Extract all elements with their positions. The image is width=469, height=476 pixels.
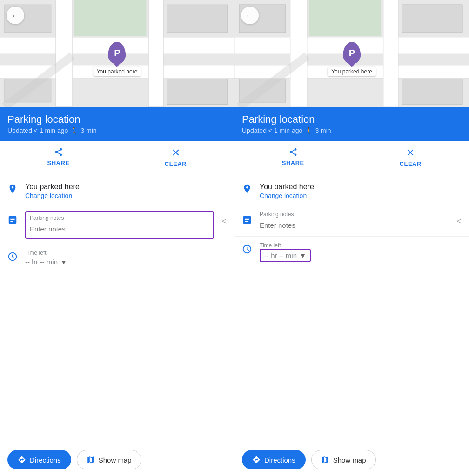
svg-rect-15 [383,0,398,107]
notes-expand-icon[interactable]: < [221,217,227,226]
svg-rect-19 [402,5,462,33]
svg-rect-16 [309,0,381,36]
show-map-icon [87,456,95,464]
map-area: ← P You parked here [0,0,234,107]
svg-rect-8 [167,5,228,33]
location-row: You parked here Change location [0,176,234,206]
svg-rect-4 [148,0,163,107]
bottom-bar: Directions Show map [0,443,234,476]
location-row: You parked here Change location [234,176,469,206]
parked-here-title: You parked here [25,183,227,191]
content-area: You parked here Change location Parking … [0,174,234,443]
show-map-button[interactable]: Show map [77,450,141,469]
notes-content: Parking notes [260,211,449,231]
location-header: Parking location Updated < 1 min ago 🚶 3… [0,107,234,141]
map-area: ← P You parked here [234,0,469,107]
location-icon [7,184,18,197]
walk-icon: 🚶 [70,127,78,134]
pin-label: You parked here [93,67,141,76]
directions-button[interactable]: Directions [7,450,71,469]
bottom-bar: Directions Show map [234,443,469,476]
parking-pin: P You parked here [328,42,376,76]
clear-button[interactable]: CLEAR [352,141,469,174]
notes-label: Parking notes [30,215,209,221]
update-time: Updated < 1 min ago [7,127,68,134]
pin-letter: P [349,48,355,58]
time-row: Time left -- hr -- min ▼ [234,237,469,268]
notes-input[interactable] [30,223,209,235]
pin-letter: P [114,48,120,58]
clear-icon-svg [405,147,415,158]
location-subtitle: Updated < 1 min ago 🚶 3 min [7,127,227,134]
back-button[interactable]: ← [7,7,24,24]
time-content: Time left -- hr -- min ▼ [25,250,227,266]
notes-input[interactable] [260,219,449,231]
directions-label: Directions [30,456,61,464]
location-icon [242,184,252,197]
location-title: Parking location [242,113,462,126]
actions-row: SHARE CLEAR [234,141,469,174]
notes-expand-icon[interactable]: < [456,217,462,226]
directions-label: Directions [264,456,295,464]
location-title: Parking location [7,113,227,126]
notes-icon [7,215,18,228]
time-value: -- hr -- min [264,251,297,259]
notes-content: Parking notes [25,211,214,239]
share-label: SHARE [47,159,69,166]
time-left-label: Time left [25,250,227,256]
show-map-label: Show map [99,456,132,464]
notes-row: Parking notes < [0,206,234,244]
location-header: Parking location Updated < 1 min ago 🚶 3… [234,107,469,141]
change-location-link[interactable]: Change location [25,192,227,199]
clear-label: CLEAR [165,160,187,167]
time-content: Time left -- hr -- min ▼ [260,242,462,262]
change-location-link[interactable]: Change location [260,192,462,199]
share-label: SHARE [282,159,304,166]
pin-icon: P [343,42,361,64]
time-icon [242,244,252,257]
svg-rect-5 [74,0,147,36]
show-map-icon [321,456,329,464]
directions-button[interactable]: Directions [242,450,306,469]
dropdown-arrow-icon: ▼ [300,252,306,259]
share-icon-svg [54,147,64,157]
share-button[interactable]: SHARE [0,141,117,174]
directions-icon [18,456,26,464]
content-area: You parked here Change location Parking … [234,174,469,443]
actions-row: SHARE CLEAR [0,141,234,174]
location-subtitle: Updated < 1 min ago 🚶 3 min [242,127,462,134]
panel-left: ← P You parked here Parking location Upd… [0,0,234,476]
svg-rect-20 [402,79,462,105]
pin-label: You parked here [328,67,376,76]
svg-rect-9 [167,79,228,105]
notes-inner: Parking notes [260,211,449,231]
clear-label: CLEAR [400,160,422,167]
share-icon-svg [288,147,298,157]
parking-pin: P You parked here [93,42,141,76]
time-icon [7,251,18,264]
share-button[interactable]: SHARE [234,141,352,174]
location-content: You parked here Change location [25,183,227,199]
time-row: Time left -- hr -- min ▼ [0,244,234,271]
time-select[interactable]: -- hr -- min ▼ [25,258,227,266]
notes-row: Parking notes < [234,206,469,237]
walk-time: 3 min [315,127,331,134]
time-select[interactable]: -- hr -- min ▼ [260,249,311,262]
dropdown-arrow-icon: ▼ [60,258,67,266]
clear-icon-svg [171,147,181,158]
walk-icon: 🚶 [305,127,313,134]
clear-button[interactable]: CLEAR [117,141,234,174]
notes-inner: Parking notes [25,211,214,239]
location-content: You parked here Change location [260,183,462,199]
pin-icon: P [108,42,126,64]
time-left-label: Time left [260,242,462,249]
walk-time: 3 min [80,127,96,134]
back-arrow-icon: ← [245,10,255,21]
notes-label: Parking notes [260,211,449,218]
show-map-button[interactable]: Show map [311,450,376,469]
show-map-label: Show map [333,456,366,464]
panel-right: ← P You parked here Parking location Upd… [234,0,469,476]
back-button[interactable]: ← [241,7,259,24]
parked-here-title: You parked here [260,183,462,191]
notes-icon [242,215,252,228]
